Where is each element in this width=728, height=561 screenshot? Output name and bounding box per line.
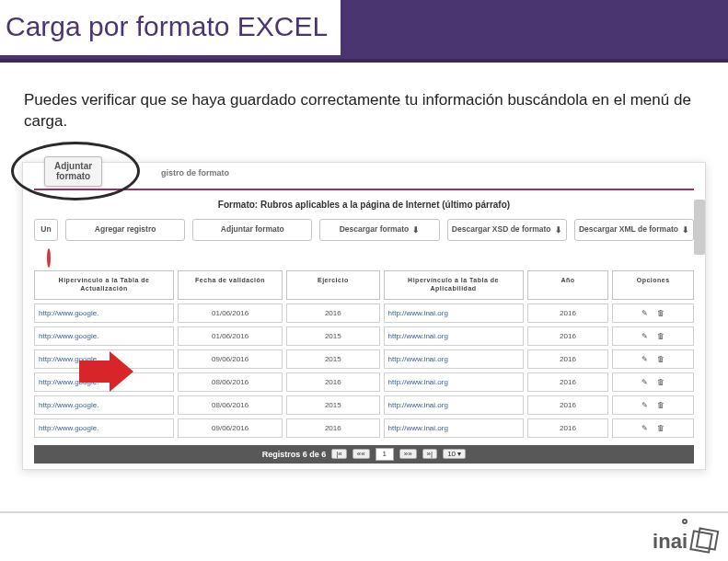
col-hipervinculo-aplicabilidad[interactable]: Hipervínculo a la Tabla de Aplicabilidad [384, 270, 524, 300]
cell-link1[interactable]: http://www.google. [34, 418, 174, 438]
edit-icon[interactable]: ✎ [641, 332, 648, 340]
cell-fecha: 08/06/2016 [178, 372, 283, 392]
vertical-scrollbar[interactable] [694, 200, 705, 255]
delete-icon[interactable]: 🗑 [657, 401, 664, 409]
tab-adjuntar-formato[interactable]: Adjuntar formato [44, 156, 102, 187]
panel-title: Formato: Rubros aplicables a la página d… [23, 196, 705, 219]
col-opciones: Opciones [612, 270, 694, 300]
unir-button[interactable]: Un [34, 219, 58, 241]
pager-first-button[interactable]: |« [331, 449, 347, 459]
pager-last-button[interactable]: »| [422, 449, 438, 459]
download-icon: ⬇ [412, 225, 420, 235]
delete-icon[interactable]: 🗑 [657, 378, 664, 386]
edit-icon[interactable]: ✎ [641, 309, 648, 317]
col-ejercicio[interactable]: Ejercicio [286, 270, 379, 300]
slide-instruction: Puedes verificar que se haya guardado co… [0, 63, 728, 142]
edit-icon[interactable]: ✎ [641, 355, 648, 363]
cell-ejercicio: 2015 [286, 395, 379, 415]
adjuntar-formato-button[interactable]: Adjuntar formato [192, 219, 312, 241]
logo-cube-icon [689, 530, 712, 553]
cell-link2[interactable]: http://www.inai.org [384, 349, 524, 369]
cell-anio: 2016 [527, 349, 609, 369]
slide-title: Carga por formato EXCEL [0, 0, 341, 55]
cell-link1[interactable]: http://www.google. [34, 372, 174, 392]
slide-title-bar: Carga por formato EXCEL [0, 0, 728, 63]
cell-opciones: ✎🗑 [612, 326, 694, 346]
download-icon: ⬇ [555, 225, 562, 235]
edit-icon[interactable]: ✎ [641, 424, 648, 432]
cell-link2[interactable]: http://www.inai.org [384, 326, 524, 346]
embedded-screenshot: Adjuntar formato gistro de formato Forma… [22, 162, 706, 470]
cell-ejercicio: 2015 [286, 326, 379, 346]
cell-link1[interactable]: http://www.google. [34, 303, 174, 323]
cell-anio: 2016 [527, 303, 609, 323]
descargar-xml-label: Descargar XML de formato [579, 225, 678, 235]
status-indicator-icon [47, 248, 51, 268]
cell-opciones: ✎🗑 [612, 395, 694, 415]
col-fecha-validacion[interactable]: Fecha de validación [178, 270, 283, 300]
descargar-xsd-label: Descargar XSD de formato [452, 225, 551, 235]
delete-icon[interactable]: 🗑 [657, 332, 664, 340]
pagination-bar: Registros 6 de 6 |« «« »» »| 10 ▾ [34, 445, 694, 464]
edit-icon[interactable]: ✎ [641, 378, 648, 386]
cell-fecha: 08/06/2016 [178, 395, 283, 415]
cell-fecha: 01/06/2016 [178, 303, 283, 323]
cell-fecha: 01/06/2016 [178, 326, 283, 346]
cell-opciones: ✎🗑 [612, 418, 694, 438]
toolbar: Un Agregar registro Adjuntar formato Des… [23, 219, 705, 250]
breadcrumb-fragment: gistro de formato [161, 168, 229, 177]
cell-anio: 2016 [527, 372, 609, 392]
cell-link2[interactable]: http://www.inai.org [384, 303, 524, 323]
pager-next-button[interactable]: »» [399, 449, 417, 459]
cell-link1[interactable]: http://www.google. [34, 395, 174, 415]
col-anio[interactable]: Año [527, 270, 609, 300]
tab-label-line1: Adjuntar [54, 161, 92, 172]
cell-anio: 2016 [527, 418, 609, 438]
cell-ejercicio: 2016 [286, 303, 379, 323]
descargar-xml-button[interactable]: Descargar XML de formato ⬇ [574, 219, 694, 241]
table-header: Hipervínculo a la Tabla de Actualización… [23, 270, 705, 300]
delete-icon[interactable]: 🗑 [657, 309, 664, 317]
table-row: http://www.google.01/06/20162015http://w… [23, 326, 705, 346]
cell-link2[interactable]: http://www.inai.org [384, 418, 524, 438]
cell-fecha: 09/06/2016 [178, 349, 283, 369]
logo-text: inai [653, 530, 688, 554]
table-row: http://www.google.09/06/20162015http://w… [23, 349, 705, 369]
descargar-xsd-button[interactable]: Descargar XSD de formato ⬇ [447, 219, 567, 241]
table-row: http://www.google.08/06/20162016http://w… [23, 372, 705, 392]
pager-page-input[interactable] [376, 448, 394, 461]
delete-icon[interactable]: 🗑 [657, 355, 664, 363]
cell-ejercicio: 2015 [286, 349, 379, 369]
footer-divider [0, 511, 728, 513]
panel-divider [34, 189, 694, 190]
col-hipervinculo-actualizacion[interactable]: Hipervínculo a la Tabla de Actualización [34, 270, 174, 300]
table-row: http://www.google.09/06/20162016http://w… [23, 418, 705, 438]
cell-fecha: 09/06/2016 [178, 418, 283, 438]
cell-link2[interactable]: http://www.inai.org [384, 372, 524, 392]
delete-icon[interactable]: 🗑 [657, 424, 664, 432]
cell-opciones: ✎🗑 [612, 303, 694, 323]
descargar-formato-button[interactable]: Descargar formato ⬇ [319, 219, 439, 241]
edit-icon[interactable]: ✎ [641, 401, 648, 409]
cell-opciones: ✎🗑 [612, 372, 694, 392]
cell-ejercicio: 2016 [286, 418, 379, 438]
inai-logo: inai [653, 530, 711, 554]
tab-label-line2: formato [54, 171, 92, 182]
pager-size-select[interactable]: 10 ▾ [443, 449, 466, 459]
cell-link1[interactable]: http://www.google. [34, 349, 174, 369]
cell-opciones: ✎🗑 [612, 349, 694, 369]
cell-link1[interactable]: http://www.google. [34, 326, 174, 346]
cell-anio: 2016 [527, 395, 609, 415]
table-row: http://www.google.08/06/20162015http://w… [23, 395, 705, 415]
pager-prev-button[interactable]: «« [352, 449, 370, 459]
download-icon: ⬇ [682, 225, 689, 235]
descargar-formato-label: Descargar formato [340, 225, 410, 235]
cell-anio: 2016 [527, 326, 609, 346]
cell-link2[interactable]: http://www.inai.org [384, 395, 524, 415]
table-body: http://www.google.01/06/20162016http://w… [23, 303, 705, 438]
agregar-registro-button[interactable]: Agregar registro [65, 219, 185, 241]
cell-ejercicio: 2016 [286, 372, 379, 392]
app-panel: gistro de formato Formato: Rubros aplica… [22, 162, 706, 470]
table-row: http://www.google.01/06/20162016http://w… [23, 303, 705, 323]
pager-label: Registros 6 de 6 [262, 450, 327, 459]
